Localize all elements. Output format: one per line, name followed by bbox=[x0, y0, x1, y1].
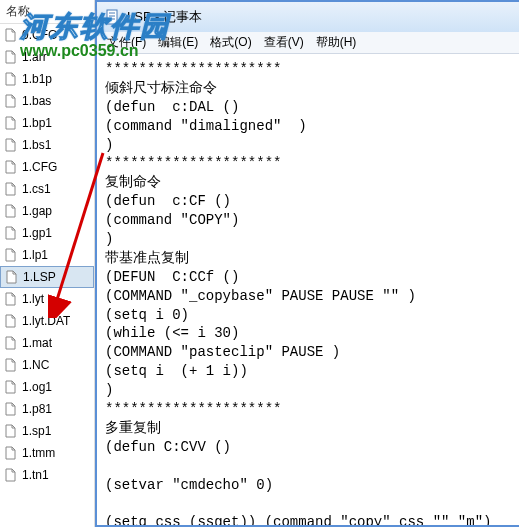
file-item[interactable]: 1.gp1 bbox=[0, 222, 94, 244]
file-icon bbox=[4, 94, 18, 108]
file-item[interactable]: 1.tn1 bbox=[0, 464, 94, 486]
file-item[interactable]: 1.p81 bbox=[0, 398, 94, 420]
file-name-label: 1.lp1 bbox=[22, 248, 48, 262]
file-item[interactable]: 1.bp1 bbox=[0, 112, 94, 134]
file-name-label: 1.lyt bbox=[22, 292, 44, 306]
file-name-label: 1.arr bbox=[22, 50, 47, 64]
file-icon bbox=[4, 72, 18, 86]
file-item[interactable]: 1.mat bbox=[0, 332, 94, 354]
file-name-label: 1.bas bbox=[22, 94, 51, 108]
notepad-app-icon bbox=[105, 9, 121, 25]
file-name-label: 1.NC bbox=[22, 358, 49, 372]
file-name-label: 1.mat bbox=[22, 336, 52, 350]
menu-edit[interactable]: 编辑(E) bbox=[152, 32, 204, 53]
file-icon bbox=[4, 402, 18, 416]
file-name-label: 1.sp1 bbox=[22, 424, 51, 438]
file-icon bbox=[4, 336, 18, 350]
file-name-label: 1.tn1 bbox=[22, 468, 49, 482]
notepad-titlebar[interactable]: LSP - 记事本 bbox=[97, 2, 519, 32]
file-name-label: 1.p81 bbox=[22, 402, 52, 416]
notepad-text-content[interactable]: ********************* 倾斜尺寸标注命令 (defun c:… bbox=[97, 54, 519, 525]
file-item[interactable]: 1.arr bbox=[0, 46, 94, 68]
file-name-label: 1.b1p bbox=[22, 72, 52, 86]
file-list: 0.CFG1.arr1.b1p1.bas1.bp11.bs11.CFG1.cs1… bbox=[0, 24, 94, 486]
file-item[interactable]: 1.gap bbox=[0, 200, 94, 222]
file-item[interactable]: 1.lp1 bbox=[0, 244, 94, 266]
menu-format[interactable]: 格式(O) bbox=[204, 32, 257, 53]
menu-help[interactable]: 帮助(H) bbox=[310, 32, 363, 53]
file-icon bbox=[5, 270, 19, 284]
file-icon bbox=[4, 50, 18, 64]
file-item[interactable]: 1.NC bbox=[0, 354, 94, 376]
file-icon bbox=[4, 204, 18, 218]
explorer-column-header[interactable]: 名称 bbox=[0, 0, 94, 24]
file-icon bbox=[4, 28, 18, 42]
file-item[interactable]: 1.lyt.DAT bbox=[0, 310, 94, 332]
file-item[interactable]: 1.lyt bbox=[0, 288, 94, 310]
file-item[interactable]: 1.LSP bbox=[0, 266, 94, 288]
file-icon bbox=[4, 468, 18, 482]
notepad-title-text: LSP - 记事本 bbox=[127, 8, 202, 26]
file-icon bbox=[4, 116, 18, 130]
file-item[interactable]: 1.CFG bbox=[0, 156, 94, 178]
file-name-label: 1.bp1 bbox=[22, 116, 52, 130]
file-name-label: 1.tmm bbox=[22, 446, 55, 460]
file-item[interactable]: 1.og1 bbox=[0, 376, 94, 398]
file-icon bbox=[4, 292, 18, 306]
file-name-label: 1.lyt.DAT bbox=[22, 314, 70, 328]
file-icon bbox=[4, 160, 18, 174]
file-name-label: 1.cs1 bbox=[22, 182, 51, 196]
file-name-label: 0.CFG bbox=[22, 28, 57, 42]
file-item[interactable]: 1.cs1 bbox=[0, 178, 94, 200]
file-name-label: 1.gap bbox=[22, 204, 52, 218]
file-item[interactable]: 1.bas bbox=[0, 90, 94, 112]
file-icon bbox=[4, 248, 18, 262]
file-item[interactable]: 1.b1p bbox=[0, 68, 94, 90]
menu-view[interactable]: 查看(V) bbox=[258, 32, 310, 53]
menu-file[interactable]: 文件(F) bbox=[101, 32, 152, 53]
notepad-menubar: 文件(F) 编辑(E) 格式(O) 查看(V) 帮助(H) bbox=[97, 32, 519, 54]
file-name-label: 1.bs1 bbox=[22, 138, 51, 152]
file-icon bbox=[4, 380, 18, 394]
file-icon bbox=[4, 424, 18, 438]
file-item[interactable]: 0.CFG bbox=[0, 24, 94, 46]
file-item[interactable]: 1.sp1 bbox=[0, 420, 94, 442]
file-item[interactable]: 1.bs1 bbox=[0, 134, 94, 156]
file-icon bbox=[4, 182, 18, 196]
column-name[interactable]: 名称 bbox=[0, 0, 36, 23]
file-name-label: 1.CFG bbox=[22, 160, 57, 174]
notepad-window: LSP - 记事本 文件(F) 编辑(E) 格式(O) 查看(V) 帮助(H) … bbox=[95, 0, 519, 527]
file-name-label: 1.gp1 bbox=[22, 226, 52, 240]
file-icon bbox=[4, 226, 18, 240]
file-name-label: 1.LSP bbox=[23, 270, 56, 284]
file-icon bbox=[4, 314, 18, 328]
file-name-label: 1.og1 bbox=[22, 380, 52, 394]
file-icon bbox=[4, 358, 18, 372]
file-item[interactable]: 1.tmm bbox=[0, 442, 94, 464]
svg-rect-0 bbox=[107, 10, 117, 24]
file-icon bbox=[4, 446, 18, 460]
file-explorer-pane: 名称 0.CFG1.arr1.b1p1.bas1.bp11.bs11.CFG1.… bbox=[0, 0, 95, 527]
file-icon bbox=[4, 138, 18, 152]
